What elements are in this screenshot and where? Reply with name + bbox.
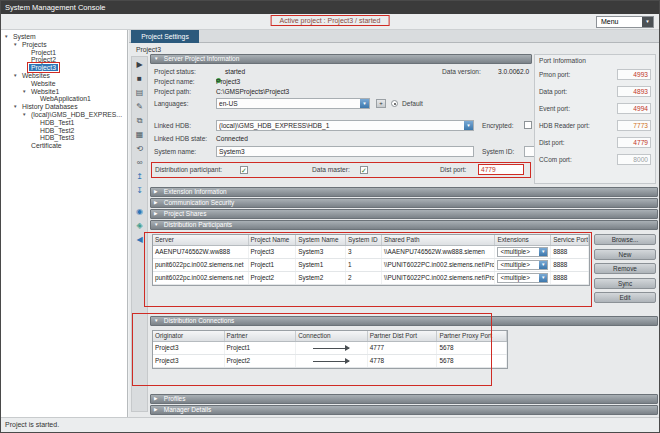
participants-row[interactable]: punit6022pc.in002.siemens.net Project1 S…	[153, 259, 589, 272]
extensions-dropdown[interactable]: <multiple> ▼	[497, 247, 548, 257]
tree-expander-icon[interactable]: ▼	[4, 33, 11, 41]
tree-item-local-hdb[interactable]: ▼(local)\GMS_HDB_EXPRES...	[1, 111, 127, 119]
menu-dropdown-label: Menu	[601, 18, 619, 25]
section-header-server-project-information[interactable]: ▼ Server Project Information	[150, 54, 532, 64]
data-master-checkbox[interactable]: ✓	[360, 166, 368, 174]
save-project-icon[interactable]: ▦	[132, 128, 147, 141]
cell-server: punit6022pc.in002.siemens.net	[153, 259, 249, 271]
link-hdb-icon[interactable]: ∞	[132, 156, 147, 169]
tree-expander-icon[interactable]: ▼	[13, 72, 20, 80]
stop-project-icon[interactable]: ■	[132, 72, 147, 85]
dropdown-arrow-icon[interactable]: ▼	[539, 274, 547, 282]
default-language-radio[interactable]	[391, 100, 398, 107]
add-language-button[interactable]: +	[376, 99, 386, 108]
compress-project-icon[interactable]: ◈	[132, 219, 147, 232]
section-title: Distribution Connections	[164, 317, 234, 324]
connections-row[interactable]: Project3 Project1 4777 5678	[153, 342, 507, 355]
tree-item-hdb-test3[interactable]: HDB_Test3	[1, 134, 127, 142]
tree-item-label: HDB_Test1	[38, 119, 76, 126]
toolbar-spacer	[132, 197, 147, 204]
tree-item-webapplication1[interactable]: WebApplication1	[1, 95, 127, 103]
column-header-system-name[interactable]: System Name	[296, 235, 346, 245]
system-name-input[interactable]: System3	[216, 146, 474, 157]
linked-hdb-dropdown[interactable]: (local)\GMS_HDB_EXPRESS\HDB_1 ▼	[216, 120, 474, 131]
event-port-label: Event port:	[539, 105, 617, 112]
cell-connection	[296, 342, 368, 354]
participants-row[interactable]: AAENPU746562W.ww888 Project3 System3 3 \…	[153, 246, 589, 259]
extensions-dropdown[interactable]: <multiple> ▼	[497, 260, 548, 270]
column-header-extensions[interactable]: Extensions	[495, 235, 551, 245]
sync-button[interactable]: Sync	[594, 278, 656, 289]
collapse-arrow-icon: ▶	[154, 406, 162, 414]
tree-item-project3[interactable]: Project3	[1, 64, 127, 72]
window-title: System Management Console	[5, 3, 105, 12]
remove-button[interactable]: Remove	[594, 263, 656, 274]
column-header-partner-proxy-port[interactable]: Partner Proxy Port	[437, 331, 507, 341]
cell-partner-dist-port: 4778	[368, 355, 438, 367]
column-header-system-id[interactable]: System ID	[346, 235, 382, 245]
dropdown-arrow-icon[interactable]: ▼	[539, 248, 547, 256]
column-header-partner[interactable]: Partner	[225, 331, 297, 341]
column-header-originator[interactable]: Originator	[153, 331, 225, 341]
languages-value: en-US	[219, 99, 367, 108]
section-header-manager-details[interactable]: ▶ Manager Details	[150, 405, 658, 415]
new-project-icon[interactable]: ▤	[132, 86, 147, 99]
dropdown-arrow-icon[interactable]: ▼	[464, 121, 473, 130]
tree-expander-icon[interactable]: ▼	[22, 111, 29, 119]
back-icon[interactable]: ◀	[132, 233, 147, 246]
data-port-label: Data port:	[539, 88, 617, 95]
distribution-participant-label: Distribution participant:	[155, 166, 222, 173]
upgrade-project-icon[interactable]: ↥	[132, 170, 147, 183]
tree-item-projects[interactable]: ▼Projects	[1, 41, 127, 49]
section-header-distribution-participants[interactable]: ▼ Distribution Participants	[150, 220, 658, 230]
edit-project-icon[interactable]: ✎	[132, 100, 147, 113]
section-header-extension-information[interactable]: ▶ Extension Information	[150, 187, 658, 197]
column-header-server[interactable]: Server	[153, 235, 249, 245]
distribution-participant-checkbox[interactable]: ✓	[240, 166, 248, 174]
languages-dropdown[interactable]: en-US ▼	[216, 98, 370, 109]
tree-item-project1[interactable]: Project1	[1, 49, 127, 57]
edit-button[interactable]: Edit	[594, 292, 656, 303]
dropdown-arrow-icon[interactable]: ▼	[539, 261, 547, 269]
tree-item-websites[interactable]: ▼Websites	[1, 72, 127, 80]
dist-port-field[interactable]: 4779	[478, 164, 524, 175]
tree-item-history-databases[interactable]: ▼History Databases	[1, 103, 127, 111]
column-header-connection[interactable]: Connection	[296, 331, 368, 341]
tree-item-hdb-test1[interactable]: HDB_Test1	[1, 119, 127, 127]
tree-expander-icon[interactable]: ▼	[13, 103, 20, 111]
tree-item-hdb-test2[interactable]: HDB_Test2	[1, 127, 127, 135]
column-header-service-port[interactable]: Service Port	[551, 235, 589, 245]
new-button[interactable]: New	[594, 249, 656, 260]
copy-project-icon[interactable]: ⧉	[132, 114, 147, 127]
start-project-icon[interactable]: ▶	[132, 58, 147, 71]
dropdown-arrow-icon[interactable]: ▼	[360, 99, 369, 108]
activate-project-icon[interactable]: ◉	[132, 205, 147, 218]
tree-expander-icon[interactable]: ▼	[13, 41, 20, 49]
tree-item-project2[interactable]: Project2	[1, 56, 127, 64]
section-header-communication-security[interactable]: ▶ Communication Security	[150, 198, 658, 208]
column-header-partner-dist-port[interactable]: Partner Dist Port	[368, 331, 438, 341]
section-header-distribution-connections[interactable]: ▼ Distribution Connections	[150, 316, 658, 326]
tree-item-certificate[interactable]: Certificate	[1, 142, 127, 150]
encrypted-checkbox[interactable]	[524, 121, 532, 129]
extensions-dropdown[interactable]: <multiple> ▼	[497, 273, 548, 283]
menu-dropdown[interactable]: Menu ▼	[596, 16, 654, 28]
system-tree: ▼System ▼Projects Project1 Project2 Proj…	[1, 30, 128, 417]
section-title: Project Shares	[164, 210, 207, 217]
backup-project-icon[interactable]: ↧	[132, 184, 147, 197]
tree-expander-icon[interactable]: ▼	[22, 88, 29, 96]
tree-item-website1[interactable]: ▼Website1	[1, 88, 127, 96]
port-row: Pmon port: 4993	[535, 66, 655, 83]
column-header-shared-path[interactable]: Shared Path	[382, 235, 495, 245]
column-header-project-name[interactable]: Project Name	[249, 235, 297, 245]
tree-item-website[interactable]: Website	[1, 80, 127, 88]
section-header-profiles[interactable]: ▶ Profiles	[150, 394, 658, 404]
browse-button[interactable]: Browse...	[594, 234, 656, 245]
menu-dropdown-arrow-icon[interactable]: ▼	[642, 17, 653, 27]
participants-row[interactable]: punit6022pc.in002.siemens.net Project2 S…	[153, 272, 589, 285]
restore-project-icon[interactable]: ⟲	[132, 142, 147, 155]
tree-item-system[interactable]: ▼System	[1, 33, 127, 41]
tree-item-label: History Databases	[20, 103, 80, 110]
section-header-project-shares[interactable]: ▶ Project Shares	[150, 209, 658, 219]
connections-row[interactable]: Project3 Project2 4778 5678	[153, 355, 507, 368]
